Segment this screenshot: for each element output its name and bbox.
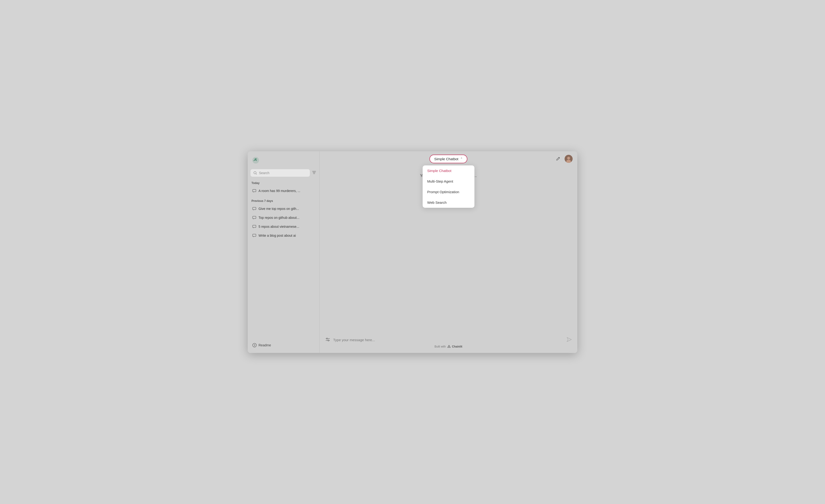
avatar-image — [565, 155, 573, 163]
filter-icon[interactable] — [312, 170, 316, 176]
message-input[interactable] — [333, 338, 564, 342]
dropdown-item-web-search[interactable]: Web Search — [423, 197, 474, 208]
chat-bubble-icon — [252, 234, 256, 237]
dropdown-item-multi-step-agent[interactable]: Multi-Step Agent — [423, 176, 474, 187]
app-window: Search Today A room has 99 murderers, ..… — [248, 151, 577, 353]
built-with-prefix: Built with — [434, 345, 446, 348]
search-icon — [253, 171, 257, 175]
sidebar: Search Today A room has 99 murderers, ..… — [248, 151, 319, 353]
chat-item-text: Give me top repos on gith... — [258, 207, 299, 211]
edit-icon — [556, 157, 560, 161]
chatbot-dropdown-menu: Simple Chatbot Multi-Step Agent Prompt O… — [423, 165, 474, 208]
chevron-up-icon: ⌃ — [460, 157, 463, 161]
previous-section: Previous 7 days Give me top repos on git… — [250, 199, 316, 240]
input-area: Built with Chainlit — [319, 333, 577, 353]
input-row — [325, 337, 572, 343]
chat-bubble-icon — [252, 216, 256, 220]
built-with-footer: Built with Chainlit — [325, 345, 572, 348]
chat-item-text: 5 repos about vietnamese... — [258, 225, 299, 229]
chat-bubble-icon — [252, 207, 256, 211]
svg-rect-8 — [253, 225, 256, 228]
chat-item-text: Top repos on github about... — [258, 216, 299, 220]
chat-item-today-0[interactable]: A room has 99 murderers, ... — [250, 187, 316, 195]
search-row: Search — [250, 169, 316, 177]
svg-line-1 — [256, 174, 256, 174]
previous-label: Previous 7 days — [250, 199, 316, 202]
chat-item-prev-0[interactable]: Give me top repos on gith... — [250, 204, 316, 213]
svg-rect-6 — [253, 207, 256, 209]
new-chat-button[interactable] — [554, 155, 562, 163]
readme-label: Readme — [258, 343, 271, 347]
svg-point-19 — [326, 338, 328, 339]
logo-area — [250, 155, 316, 165]
top-bar-right — [554, 155, 573, 163]
svg-point-20 — [328, 340, 329, 341]
chat-item-prev-3[interactable]: Write a blog post about ai — [250, 231, 316, 240]
today-label: Today — [250, 181, 316, 185]
user-avatar[interactable] — [565, 155, 573, 163]
settings-sliders-icon[interactable] — [325, 337, 330, 343]
chat-item-text: Write a blog post about ai — [258, 234, 296, 237]
today-section: Today A room has 99 murderers, ... — [250, 181, 316, 195]
svg-point-13 — [567, 157, 570, 160]
chainlit-logo-icon — [447, 345, 451, 348]
chainlit-brand-name: Chainlit — [452, 345, 462, 348]
send-button[interactable] — [567, 337, 572, 343]
search-box[interactable]: Search — [250, 169, 310, 177]
sidebar-bottom: ? Readme — [250, 341, 316, 349]
chatbot-dropdown-button[interactable]: Simple Chatbot ⌃ — [430, 155, 467, 163]
svg-rect-9 — [253, 234, 256, 237]
dropdown-item-prompt-optimization[interactable]: Prompt Optimization — [423, 187, 474, 197]
chat-bubble-icon — [252, 189, 256, 193]
chat-item-prev-1[interactable]: Top repos on github about... — [250, 214, 316, 222]
dropdown-label: Simple Chatbot — [434, 157, 458, 161]
search-placeholder-text: Search — [259, 171, 269, 175]
chat-item-prev-2[interactable]: 5 repos about vietnamese... — [250, 222, 316, 231]
svg-rect-7 — [253, 216, 256, 219]
svg-text:?: ? — [254, 344, 255, 347]
svg-rect-5 — [253, 189, 256, 192]
main-area: Simple Chatbot ⌃ — [319, 151, 577, 353]
info-circle-icon: ? — [252, 343, 256, 347]
readme-item[interactable]: ? Readme — [250, 341, 316, 349]
top-bar: Simple Chatbot ⌃ — [319, 151, 577, 167]
dropdown-item-simple-chatbot[interactable]: Simple Chatbot — [423, 165, 474, 176]
app-logo-icon — [251, 156, 260, 164]
chat-item-text: A room has 99 murderers, ... — [258, 189, 300, 193]
chat-bubble-icon — [252, 225, 256, 229]
